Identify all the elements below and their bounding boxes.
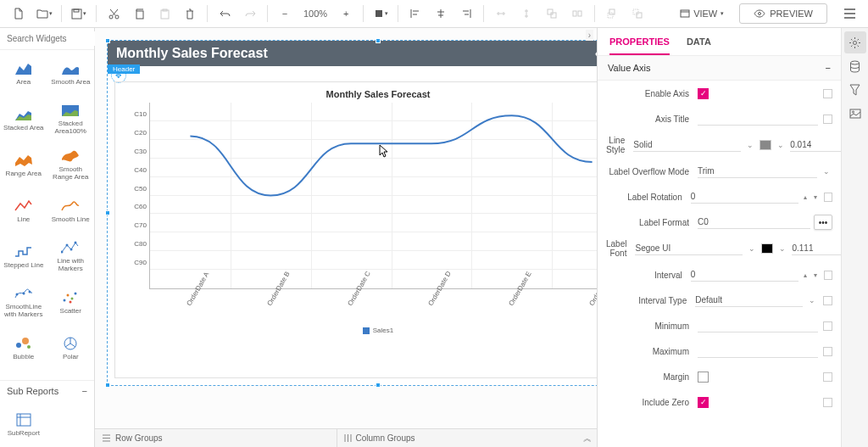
- widget-area[interactable]: Area: [0, 50, 47, 96]
- view-label: VIEW: [693, 8, 717, 19]
- widget-line[interactable]: Line: [0, 187, 47, 233]
- svg-point-37: [854, 41, 857, 44]
- advance-icon[interactable]: [824, 271, 832, 280]
- overflow-mode-select[interactable]: [698, 165, 817, 178]
- enable-axis-checkbox[interactable]: ✓: [698, 88, 709, 99]
- advance-icon[interactable]: [824, 193, 832, 202]
- advance-icon[interactable]: [823, 398, 832, 407]
- chevron-down-icon[interactable]: ⌄: [746, 244, 758, 253]
- chart-title: Monthly Sales Forecast: [116, 46, 268, 61]
- undo-icon[interactable]: [213, 2, 236, 25]
- copy-icon[interactable]: [127, 2, 151, 25]
- advance-icon[interactable]: [823, 115, 832, 124]
- widget-stacked-area[interactable]: Stacked Area: [0, 96, 47, 142]
- svg-rect-11: [578, 11, 581, 16]
- axis-title-input[interactable]: [698, 112, 818, 126]
- advance-icon[interactable]: [823, 296, 832, 305]
- chevron-down-icon[interactable]: ⌄: [806, 296, 818, 305]
- interval-type-select[interactable]: [695, 293, 803, 307]
- svg-rect-14: [633, 9, 638, 14]
- open-folder-icon[interactable]: ▾: [32, 2, 56, 25]
- more-icon[interactable]: •••: [814, 215, 832, 230]
- font-size-input[interactable]: [792, 242, 841, 255]
- gear-icon[interactable]: [844, 31, 866, 53]
- align-left-icon[interactable]: [403, 2, 427, 25]
- row-groups[interactable]: Row Groups: [95, 433, 337, 443]
- font-color-swatch[interactable]: [761, 243, 773, 254]
- filter-icon[interactable]: [844, 79, 866, 101]
- chevron-down-icon[interactable]: ⌄: [775, 141, 787, 149]
- widget-smooth-range-area[interactable]: Smooth Range Area: [47, 142, 95, 187]
- overflow-mode-label: Label Overflow Mode: [606, 167, 698, 176]
- widget-scatter[interactable]: Scatter: [47, 279, 95, 325]
- new-file-icon[interactable]: [7, 2, 31, 25]
- spinner-up-icon[interactable]: ▴: [802, 194, 809, 200]
- tab-data[interactable]: DATA: [687, 36, 711, 55]
- view-menu[interactable]: VIEW▾: [673, 5, 731, 22]
- minimum-label: Minimum: [606, 321, 698, 331]
- subreports-header[interactable]: Sub Reports−: [0, 380, 94, 401]
- widget-stepped-line[interactable]: Stepped Line: [0, 233, 47, 279]
- widget-smooth-area[interactable]: Smooth Area: [47, 50, 95, 96]
- database-icon[interactable]: [844, 55, 866, 77]
- margin-checkbox[interactable]: [698, 372, 709, 383]
- svg-point-17: [759, 13, 761, 15]
- column-groups[interactable]: Column Groups: [337, 433, 579, 443]
- preview-button[interactable]: PREVIEW: [739, 3, 827, 24]
- advance-icon[interactable]: [823, 321, 832, 331]
- image-icon[interactable]: [844, 103, 866, 125]
- widget-stacked-area100%[interactable]: Stacked Area100%: [47, 96, 95, 142]
- subreport-widget[interactable]: SubReport: [0, 401, 47, 447]
- zoom-out-icon[interactable]: −: [273, 2, 297, 25]
- align-right-icon[interactable]: [454, 2, 478, 25]
- line-style-select[interactable]: [633, 138, 741, 152]
- rotation-label: Label Rotation: [606, 193, 691, 202]
- widget-smooth-line[interactable]: Smooth Line: [47, 187, 95, 233]
- align-center-icon[interactable]: [429, 2, 453, 25]
- save-icon[interactable]: ▾: [67, 2, 91, 25]
- include-zero-label: Include Zero: [606, 398, 698, 407]
- advance-icon[interactable]: [823, 347, 832, 356]
- value-axis-section[interactable]: Value Axis−: [598, 56, 841, 81]
- delete-icon[interactable]: [178, 2, 202, 25]
- widget-line-with-markers[interactable]: Line with Markers: [47, 233, 95, 279]
- spinner-down-icon[interactable]: ▾: [812, 194, 819, 200]
- widget-smoothline-with-markers[interactable]: SmoothLine with Markers: [0, 279, 47, 325]
- widget-range-area[interactable]: Range Area: [0, 142, 47, 187]
- spinner-up-icon[interactable]: ▴: [802, 272, 809, 278]
- maximum-input[interactable]: [698, 344, 818, 358]
- font-select[interactable]: [635, 242, 743, 255]
- chart-body[interactable]: Monthly Sales Forecast C90C80C70C60C50C4…: [114, 81, 597, 378]
- cursor-icon: [379, 144, 389, 160]
- chart-widget[interactable]: Monthly Sales Forecast «Expr» Header ✥ M…: [107, 40, 597, 386]
- properties-panel: PROPERTIES DATA Value Axis− Enable Axis✓…: [597, 28, 868, 447]
- svg-point-29: [71, 297, 74, 299]
- widget-radar[interactable]: Radar: [0, 371, 47, 380]
- widget-polar[interactable]: Polar: [47, 325, 95, 371]
- svg-point-23: [75, 242, 77, 244]
- include-zero-checkbox[interactable]: ✓: [698, 397, 709, 408]
- collapse-right-icon[interactable]: ›: [586, 30, 593, 41]
- format-label: Label Format: [606, 218, 698, 227]
- groups-toggle-icon[interactable]: ︽: [578, 433, 597, 444]
- chevron-down-icon[interactable]: ⌄: [744, 141, 756, 149]
- format-input[interactable]: [698, 215, 810, 229]
- align-icon[interactable]: ▾: [369, 2, 392, 25]
- widget-bubble[interactable]: Bubble: [0, 325, 47, 371]
- spinner-down-icon[interactable]: ▾: [812, 272, 819, 278]
- chevron-down-icon[interactable]: ⌄: [776, 244, 788, 253]
- line-color-swatch[interactable]: [760, 140, 771, 150]
- cut-icon[interactable]: [102, 2, 125, 25]
- advance-icon[interactable]: [823, 89, 832, 98]
- zoom-in-icon[interactable]: +: [334, 2, 358, 25]
- interval-input[interactable]: [691, 268, 798, 282]
- hamburger-icon[interactable]: [837, 2, 861, 25]
- rotation-input[interactable]: [691, 190, 798, 204]
- chart-header-bar[interactable]: Monthly Sales Forecast «Expr»: [108, 41, 597, 66]
- chevron-down-icon[interactable]: ⌄: [821, 167, 832, 176]
- tab-properties[interactable]: PROPERTIES: [609, 36, 670, 55]
- line-width-input[interactable]: [790, 138, 841, 152]
- advance-icon[interactable]: [823, 372, 832, 382]
- chart-expr: «Expr»: [595, 46, 597, 61]
- minimum-input[interactable]: [698, 319, 818, 332]
